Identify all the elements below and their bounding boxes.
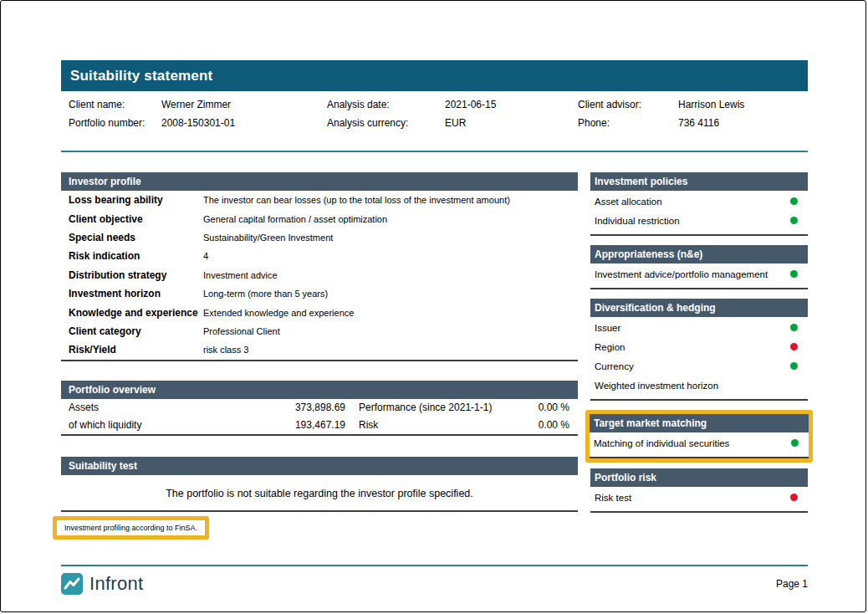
panel-row-label: Risk test [595,493,631,503]
panel-row-label: Individual restriction [595,216,680,226]
client-info-row: Client name: Werner Zimmer Analysis date… [61,95,808,114]
analysis-date-value: 2021-06-15 [445,95,578,114]
panel-row: Matching of individual securities [590,433,809,453]
report-page: Suitability statement Client name: Werne… [0,0,866,612]
panel-row: Risk test [590,488,808,507]
footnote-highlight-annotation: Investment profiling according to FinSA. [53,516,209,540]
profile-row-value: Professional Client [203,326,578,336]
profile-row-label: Investment horizon [69,288,203,299]
risk-label: Risk [345,419,509,431]
page-number: Page 1 [61,578,808,590]
page-title: Suitability statement [61,60,808,91]
status-dot [790,217,798,224]
client-info-row: Portfolio number: 2008-150301-01 Analysi… [61,114,808,132]
suitability-message: The portfolio is not suitable regarding … [61,475,578,512]
client-advisor-label: Client advisor: [578,95,678,114]
panel-row: Asset allocation [590,192,808,211]
profile-row: Knowledge and experience Extended knowle… [61,303,578,321]
profile-row-label: Loss bearing ability [69,194,203,206]
analysis-date-label: Analysis date: [327,95,445,114]
panel-row: Weighted investment horizon [590,376,808,395]
profile-row: Investment horizon Long-term (more than … [61,284,578,303]
profile-row: Risk indication 4 [61,247,578,265]
panel-row-label: Weighted investment horizon [595,381,718,391]
profile-row: Loss bearing ability The investor can be… [61,191,578,209]
panel-body: Issuer Region Currency Weighted investme… [590,317,808,401]
portfolio-row: Assets 373,898.69 Performance (since 202… [61,399,578,417]
assets-label: Assets [69,402,219,413]
section-header: Investor profile [61,172,578,191]
panel-portfolio-risk: Portfolio risk Risk test [590,468,808,513]
liquidity-value: 193,467.19 [219,419,345,431]
profile-row-label: Knowledge and experience [69,307,203,319]
panel-body: Investment advice/portfolio management [590,264,808,289]
panel-row-label: Asset allocation [595,197,662,207]
panel-row: Investment advice/portfolio management [590,264,808,284]
profile-row: Special needs Sustainability/Green Inves… [61,228,578,247]
profile-row: Risk/Yield risk class 3 [61,340,578,359]
panel-header: Diversification & hedging [590,299,808,317]
status-dot [790,362,798,370]
performance-value: 0.00 % [509,402,569,413]
footer-divider [61,565,808,566]
portfolio-overview-body: Assets 373,898.69 Performance (since 202… [61,399,578,436]
section-header: Portfolio overview [61,381,578,399]
portfolio-row: of which liquidity 193,467.19 Risk 0.00 … [61,417,578,434]
section-header: Suitability test [61,457,578,475]
panel-appropriateness: Appropriateness (n&e) Investment advice/… [590,245,808,289]
panel-row-label: Matching of individual securities [594,438,729,448]
client-name-label: Client name: [69,95,161,114]
profile-row-value: Long-term (more than 5 years) [203,289,578,299]
section-suitability-test: Suitability test The portfolio is not su… [61,457,578,512]
panel-row-label: Investment advice/portfolio management [595,269,768,279]
panel-row: Issuer [590,318,808,337]
profile-row-label: Distribution strategy [69,269,203,281]
status-dot [790,197,798,205]
profile-row-value: General capital formation / asset optimi… [203,214,578,224]
panel-row: Individual restriction [590,211,808,230]
section-investor-profile: Investor profile Loss bearing ability Th… [61,172,578,361]
phone-value: 736 4116 [678,114,808,132]
panel-diversification-hedging: Diversification & hedging Issuer Region … [590,299,808,401]
panel-header: Portfolio risk [590,468,808,487]
portfolio-number-label: Portfolio number: [69,114,161,132]
panel-body: Asset allocation Individual restriction [590,191,808,236]
phone-label: Phone: [578,114,678,132]
panel-body: Risk test [590,487,808,513]
investor-profile-body: Loss bearing ability The investor can be… [61,191,578,361]
client-advisor-value: Harrison Lewis [678,95,808,114]
profile-row: Client objective General capital formati… [61,209,578,228]
risk-value: 0.00 % [509,419,569,431]
performance-label: Performance (since 2021-1-1) [345,402,509,413]
panel-row-label: Region [595,342,625,352]
panel-investment-policies: Investment policies Asset allocation Ind… [590,172,808,236]
profile-row-label: Special needs [69,232,203,243]
assets-value: 373,898.69 [219,402,345,413]
analysis-currency-label: Analysis currency: [327,114,445,132]
profile-row-label: Risk/Yield [69,344,203,356]
profile-row-label: Risk indication [69,250,203,262]
section-portfolio-overview: Portfolio overview Assets 373,898.69 Per… [61,381,578,436]
profile-row-value: Extended knowledge and experience [203,308,578,318]
profile-row-value: The investor can bear losses (up to the … [203,195,578,205]
portfolio-number-value: 2008-150301-01 [161,114,327,132]
profile-row-value: 4 [203,251,578,261]
profile-row-value: Sustainability/Green Investment [203,233,578,243]
status-dot [791,439,799,447]
status-dot [790,494,798,501]
panel-header: Target market matching [590,414,809,432]
profile-row-value: risk class 3 [203,345,578,355]
status-dot [790,343,798,350]
profile-row-label: Client category [69,325,203,337]
panel-header: Investment policies [590,172,808,191]
left-column: Investor profile Loss bearing ability Th… [61,172,578,540]
panel-body: Matching of individual securities [590,432,809,458]
analysis-currency-value: EUR [445,114,578,132]
right-column: Investment policies Asset allocation Ind… [590,172,808,513]
profile-row: Distribution strategy Investment advice [61,266,578,284]
footnote-text: Investment profiling according to FinSA. [64,524,197,532]
profile-row: Client category Professional Client [61,322,578,340]
panel-row-label: Currency [595,361,634,371]
liquidity-label: of which liquidity [69,419,219,431]
panel-header: Appropriateness (n&e) [590,245,808,264]
